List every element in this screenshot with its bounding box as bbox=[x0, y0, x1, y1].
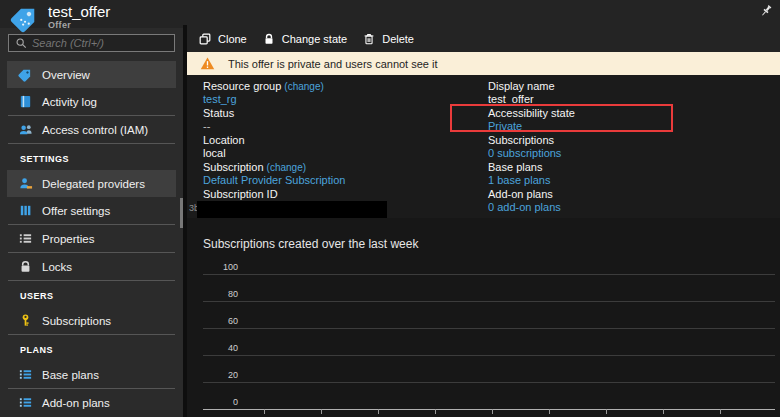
command-bar: Clone Change state Delete bbox=[187, 25, 780, 52]
list-icon bbox=[18, 231, 33, 246]
bars-icon bbox=[18, 203, 33, 218]
add-on-plans-row: Add-on plans 0 add-on plans bbox=[488, 188, 575, 215]
subscription-row: Subscription (change) Default Provider S… bbox=[203, 161, 399, 188]
x-axis-tick bbox=[549, 409, 550, 414]
sidebar-search[interactable] bbox=[8, 34, 175, 52]
display-name-label: Display name bbox=[488, 80, 575, 93]
accessibility-state-value[interactable]: Private bbox=[488, 120, 575, 133]
lock-icon bbox=[18, 259, 33, 274]
tag-icon bbox=[18, 67, 33, 82]
search-input[interactable] bbox=[32, 37, 152, 49]
blade-title-block: test_offer Offer bbox=[10, 3, 110, 33]
gridline bbox=[203, 355, 775, 356]
subscriptions-chart-tile: Subscriptions created over the last week… bbox=[187, 218, 780, 417]
book-icon bbox=[18, 94, 33, 109]
x-axis-tick bbox=[492, 409, 493, 414]
sidebar-item-subscriptions[interactable]: Subscriptions bbox=[7, 307, 176, 334]
sidebar-section-plans: PLANS bbox=[0, 335, 183, 361]
x-axis-tick bbox=[663, 409, 664, 414]
sidebar: Overview Activity log Access control (IA… bbox=[0, 28, 183, 417]
base-plans-label: Base plans bbox=[488, 161, 575, 174]
essentials-panel: Resource group (change) test_rg Status -… bbox=[187, 75, 780, 217]
clone-icon bbox=[198, 32, 212, 46]
status-value: -- bbox=[203, 120, 399, 133]
subscriptions-count-row: Subscriptions 0 subscriptions bbox=[488, 134, 575, 161]
location-value: local bbox=[203, 147, 399, 160]
x-axis-tick bbox=[720, 409, 721, 414]
gridline bbox=[203, 328, 775, 329]
add-on-plans-label: Add-on plans bbox=[488, 188, 575, 201]
essentials-right-column: Display name test_offer Accessibility st… bbox=[488, 80, 575, 215]
accessibility-state-label: Accessibility state bbox=[488, 107, 575, 120]
key-icon bbox=[18, 313, 33, 328]
x-axis-tick bbox=[378, 409, 379, 414]
add-on-plans-value[interactable]: 0 add-on plans bbox=[488, 201, 575, 214]
sidebar-item-offer-settings[interactable]: Offer settings bbox=[7, 197, 176, 224]
resource-group-value[interactable]: test_rg bbox=[203, 93, 399, 106]
sidebar-item-add-on-plans[interactable]: Add-on plans bbox=[7, 389, 176, 416]
essentials-left-column: Resource group (change) test_rg Status -… bbox=[203, 80, 399, 215]
main-content: This offer is private and users cannot s… bbox=[187, 52, 780, 417]
sidebar-item-label: Locks bbox=[42, 261, 72, 273]
display-name-row: Display name test_offer bbox=[488, 80, 575, 107]
sidebar-item-activity-log[interactable]: Activity log bbox=[7, 88, 176, 115]
pin-icon[interactable] bbox=[758, 3, 774, 19]
sidebar-item-label: Offer settings bbox=[42, 205, 110, 217]
warning-banner-text: This offer is private and users cannot s… bbox=[228, 58, 438, 70]
location-row: Location local bbox=[203, 134, 399, 161]
sidebar-item-label: Delegated providers bbox=[42, 178, 145, 190]
y-axis-tick-label: 80 bbox=[203, 289, 238, 299]
location-label: Location bbox=[203, 134, 399, 147]
sidebar-item-label: Subscriptions bbox=[42, 315, 111, 327]
status-label: Status bbox=[203, 107, 399, 120]
plan-list-icon bbox=[18, 395, 33, 410]
y-axis-tick-label: 40 bbox=[203, 343, 238, 353]
subscription-value[interactable]: Default Provider Subscription bbox=[203, 174, 399, 187]
page-subtitle: Offer bbox=[48, 20, 110, 30]
change-resource-group-link[interactable]: (change) bbox=[284, 81, 323, 92]
sidebar-item-locks[interactable]: Locks bbox=[7, 253, 176, 280]
y-axis-tick-label: 60 bbox=[203, 316, 238, 326]
change-state-button[interactable]: Change state bbox=[262, 25, 347, 52]
subscription-label: Subscription bbox=[203, 161, 264, 173]
delete-icon bbox=[362, 32, 376, 46]
base-plans-value[interactable]: 1 base plans bbox=[488, 174, 575, 187]
delete-button[interactable]: Delete bbox=[362, 25, 414, 52]
sidebar-item-label: Base plans bbox=[42, 369, 99, 381]
sidebar-item-access-control[interactable]: Access control (IAM) bbox=[7, 116, 176, 143]
warning-banner: This offer is private and users cannot s… bbox=[187, 52, 780, 75]
azure-portal-offer-blade: test_offer Offer Overview bbox=[0, 0, 780, 417]
x-axis-line bbox=[203, 409, 775, 410]
warning-icon bbox=[200, 56, 215, 71]
x-axis-tick bbox=[321, 409, 322, 414]
status-row: Status -- bbox=[203, 107, 399, 134]
x-axis-tick bbox=[264, 409, 265, 414]
sidebar-item-label: Overview bbox=[42, 69, 90, 81]
sidebar-item-overview[interactable]: Overview bbox=[7, 61, 176, 88]
change-subscription-link[interactable]: (change) bbox=[267, 162, 306, 173]
sidebar-item-properties[interactable]: Properties bbox=[7, 225, 176, 252]
gridline bbox=[203, 301, 775, 302]
sidebar-item-label: Add-on plans bbox=[42, 397, 110, 409]
lock-icon bbox=[262, 32, 276, 46]
y-axis-tick-label: 100 bbox=[203, 262, 238, 272]
y-axis-tick-label: 0 bbox=[203, 397, 238, 407]
sidebar-section-users: USERS bbox=[0, 281, 183, 307]
y-axis-tick-label: 20 bbox=[203, 370, 238, 380]
subscription-id-redaction bbox=[197, 201, 387, 218]
subscriptions-count-value[interactable]: 0 subscriptions bbox=[488, 147, 575, 160]
gridline bbox=[203, 274, 775, 275]
chart-plot-area: 100 80 60 40 20 0 bbox=[203, 218, 775, 417]
sidebar-item-base-plans[interactable]: Base plans bbox=[7, 361, 176, 388]
sidebar-section-settings: SETTINGS bbox=[0, 144, 183, 170]
people-icon bbox=[18, 122, 33, 137]
sidebar-item-delegated-providers[interactable]: Delegated providers bbox=[7, 170, 176, 197]
plan-list-icon bbox=[18, 367, 33, 382]
change-state-button-label: Change state bbox=[282, 33, 347, 45]
clone-button[interactable]: Clone bbox=[198, 25, 247, 52]
accessibility-state-row: Accessibility state Private bbox=[488, 107, 575, 134]
search-icon bbox=[15, 37, 27, 49]
sidebar-item-label: Access control (IAM) bbox=[42, 124, 148, 136]
page-title: test_offer bbox=[48, 3, 110, 20]
sidebar-item-label: Properties bbox=[42, 233, 94, 245]
